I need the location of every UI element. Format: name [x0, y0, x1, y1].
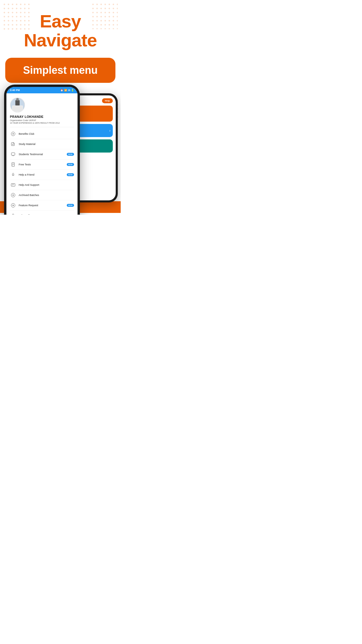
badge-feature-request: NEW — [67, 204, 74, 207]
edit-profile-icon — [10, 212, 16, 215]
svg-marker-26 — [13, 195, 14, 196]
menu-item-archived[interactable]: Archived Batches — [10, 190, 74, 200]
badge-testimonial: NEW — [67, 153, 74, 156]
menu-item-testimonial[interactable]: Students Testimonial NEW — [10, 149, 74, 160]
banner-text: Simplest menu — [23, 64, 98, 76]
menu-content: PRANAY LOKHANDE Organization Code UKRXF … — [6, 93, 78, 215]
simplest-menu-banner: Simplest menu — [5, 58, 115, 83]
svg-rect-24 — [11, 184, 15, 186]
menu-item-free-tests[interactable]: Free Tests NEW — [10, 160, 74, 170]
status-time: 3:40 PM — [10, 89, 20, 92]
status-battery-text: 35 — [68, 89, 70, 91]
help-friend-icon — [10, 172, 16, 178]
profile-experience: 10 YEAR EXPERIENCE & 100% RESULT FROM 20… — [10, 122, 74, 124]
menu-list: Benefits Club Study Material Students Te… — [10, 129, 74, 215]
benefits-icon — [10, 131, 16, 137]
menu-label-help-support: Help And Support — [19, 183, 74, 186]
svg-point-11 — [16, 98, 19, 101]
menu-label-feature-request: Feature Request — [19, 204, 67, 207]
profile-area: PRANAY LOKHANDE Organization Code UKRXF … — [10, 97, 74, 127]
menu-item-help-friend[interactable]: Help a Friend NEW — [10, 170, 74, 180]
headline: Easy Navigate — [6, 12, 115, 50]
help-support-icon — [10, 182, 16, 188]
archived-icon — [10, 192, 16, 198]
headline-section: Easy Navigate — [0, 0, 121, 52]
menu-item-benefits[interactable]: Benefits Club — [10, 129, 74, 139]
svg-rect-18 — [11, 153, 15, 155]
menu-item-study[interactable]: Study Material — [10, 139, 74, 149]
status-icons: ⏰ 📶 35 🔋 — [60, 89, 74, 92]
svg-rect-10 — [15, 100, 20, 106]
menu-label-testimonial: Students Testimonial — [19, 153, 67, 156]
svg-marker-15 — [13, 133, 14, 135]
menu-item-feature-request[interactable]: Feature Request NEW — [10, 200, 74, 211]
avatar — [10, 97, 25, 113]
status-signal-icon: 📶 — [64, 89, 67, 92]
profile-name: PRANAY LOKHANDE — [10, 115, 74, 118]
menu-label-free-tests: Free Tests — [19, 163, 67, 166]
free-tests-icon — [10, 161, 16, 168]
menu-label-benefits: Benefits Club — [19, 132, 74, 135]
status-bar: 3:40 PM ⏰ 📶 35 🔋 — [6, 87, 78, 93]
menu-label-study: Study Material — [19, 143, 74, 146]
phone-mockup-front: 3:40 PM ⏰ 📶 35 🔋 — [4, 85, 80, 215]
menu-label-archived: Archived Batches — [19, 194, 74, 197]
badge-help-friend: NEW — [67, 173, 74, 176]
phone-section: Help Sto exT Publish yoand expand Co Sen… — [0, 88, 121, 213]
help-button-back: Help — [102, 98, 113, 103]
menu-item-edit-profile[interactable]: Edit Profile — [10, 211, 74, 215]
svg-point-29 — [12, 214, 14, 215]
testimonial-icon — [10, 151, 16, 158]
svg-marker-28 — [13, 205, 14, 206]
headline-line1: Easy — [40, 11, 81, 31]
profile-org: Organization Code UKRXF — [10, 119, 74, 122]
menu-label-edit-profile: Edit Profile — [19, 214, 74, 215]
menu-item-help-support[interactable]: Help And Support — [10, 180, 74, 190]
feature-request-icon — [10, 202, 16, 209]
badge-free-tests: NEW — [67, 163, 74, 166]
status-alarm-icon: ⏰ — [60, 89, 63, 92]
headline-line2: Navigate — [24, 30, 97, 50]
status-battery-icon: 🔋 — [71, 89, 74, 92]
study-icon — [10, 141, 16, 147]
svg-rect-13 — [13, 106, 22, 111]
menu-label-help-friend: Help a Friend — [19, 173, 67, 176]
